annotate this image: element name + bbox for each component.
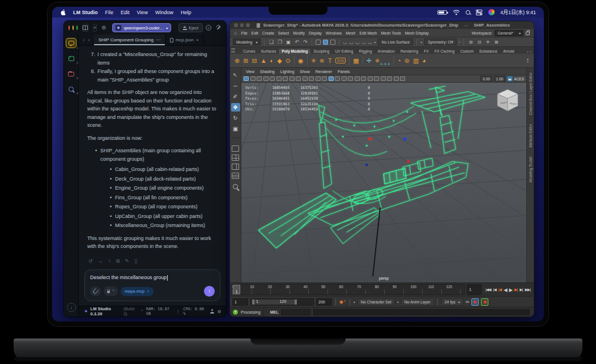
- tab-chat[interactable]: SHIP Component Grouping: [94, 35, 165, 45]
- sidebar-toggle-button[interactable]: [82, 24, 88, 32]
- shelf-overflow-arrows[interactable]: ▲▼: [526, 58, 529, 63]
- menu-windows[interactable]: Windows: [326, 31, 342, 35]
- nav-forward-icon[interactable]: [88, 37, 90, 43]
- poly-torus-icon[interactable]: ◐: [270, 57, 274, 64]
- scale-tool[interactable]: ▣: [231, 125, 240, 133]
- current-frame-field[interactable]: 1: [467, 284, 482, 295]
- safe-title-icon[interactable]: [322, 76, 327, 81]
- anim-layer-dropdown[interactable]: No Anim Layer: [401, 298, 434, 306]
- menu-edit[interactable]: Edit: [252, 31, 258, 35]
- shelf-tab-animation[interactable]: Animation: [375, 49, 398, 54]
- multi-cut-icon[interactable]: ▥: [413, 57, 419, 65]
- sidebar-item-my-models[interactable]: 3: [66, 69, 76, 78]
- home-icon[interactable]: [234, 30, 237, 36]
- user-icon[interactable]: [210, 309, 214, 314]
- platonic-solid-icon[interactable]: ◉: [298, 57, 304, 65]
- zoom-button[interactable]: [76, 25, 78, 30]
- shelf-tab-arnold[interactable]: Arnold: [500, 49, 517, 54]
- menu-edit-mesh[interactable]: Edit Mesh: [359, 31, 377, 35]
- sidebar-item-developer[interactable]: 2: [66, 54, 76, 63]
- poly-cube-icon[interactable]: ⊞: [243, 57, 248, 65]
- play-backwards-button[interactable]: ◀: [504, 287, 507, 293]
- chevron-down-icon[interactable]: [354, 300, 355, 304]
- svg-tool-icon[interactable]: SVG: [335, 58, 346, 63]
- nav-back-icon[interactable]: [83, 37, 84, 43]
- new-chat-button[interactable]: [93, 24, 97, 32]
- close-button[interactable]: [69, 25, 70, 30]
- menubar-app-name[interactable]: LM Studio: [73, 10, 98, 15]
- wireframe-mode-icon[interactable]: [329, 76, 334, 81]
- select-component-icon[interactable]: [330, 40, 335, 45]
- character-set-dropdown[interactable]: No Character Set: [357, 298, 395, 306]
- toolbox-icon[interactable]: ⊠: [493, 40, 499, 45]
- shelf-tab-substance[interactable]: Substance: [476, 49, 500, 54]
- sidebar-item-chat[interactable]: 1: [66, 38, 76, 48]
- spotlight-icon[interactable]: [466, 10, 470, 15]
- minimize-button[interactable]: [73, 25, 74, 30]
- rotate-tool[interactable]: ↻: [231, 114, 240, 122]
- menubar-item-file[interactable]: File: [105, 10, 114, 15]
- layout-two-pane-button[interactable]: [232, 164, 239, 170]
- shelf-tab-fx-caching[interactable]: FX Caching: [432, 49, 458, 54]
- send-button[interactable]: [204, 286, 215, 297]
- layout-four-pane-button[interactable]: [232, 155, 239, 161]
- exposure-value[interactable]: 0.00: [480, 76, 492, 82]
- eject-model-button[interactable]: Eject: [178, 23, 203, 32]
- menu-modify[interactable]: Modify: [293, 31, 305, 35]
- expand-icon[interactable]: [459, 40, 461, 45]
- battery-icon[interactable]: [437, 10, 447, 15]
- gamma-value[interactable]: 1.00: [493, 76, 505, 82]
- timeline-ruler[interactable]: 010 2030 4050 6070 8090 100110 120 1: [232, 284, 465, 295]
- step-forward-frame-button[interactable]: ▶|: [520, 288, 522, 292]
- animation-end-field[interactable]: 200: [316, 298, 332, 306]
- shaded-mode-icon[interactable]: [335, 76, 340, 81]
- range-end-handle[interactable]: [295, 299, 297, 305]
- continue-icon[interactable]: →: [98, 257, 103, 265]
- ipr-icon[interactable]: ✛: [484, 40, 491, 45]
- chevron-down-icon[interactable]: [420, 40, 422, 44]
- gate-mask-icon[interactable]: [303, 76, 308, 81]
- move-tool[interactable]: ✥: [231, 103, 240, 112]
- workspace-dropdown[interactable]: General*: [495, 30, 523, 36]
- menu-display[interactable]: Display: [309, 31, 322, 35]
- shelf-scroll-right-icon[interactable]: [530, 50, 531, 54]
- axis-icon[interactable]: ✛: [367, 57, 372, 65]
- color-management-icon[interactable]: ⬓: [507, 76, 513, 82]
- developer-tools-icon[interactable]: [216, 25, 222, 31]
- shelf-tab-poly-modeling[interactable]: Poly Modeling: [279, 49, 310, 54]
- gear-icon[interactable]: [218, 309, 221, 314]
- input-source-icon[interactable]: [488, 9, 495, 15]
- mel-output-field[interactable]: [313, 309, 530, 315]
- attach-file-button[interactable]: [90, 286, 101, 296]
- tab-mcp-json[interactable]: mcp.json: [165, 35, 204, 45]
- panel-menu-panels[interactable]: Panels: [338, 70, 350, 74]
- safe-action-icon[interactable]: [316, 76, 321, 81]
- mcp-server-pill[interactable]: maya-mcp: [121, 287, 154, 296]
- chevron-down-icon[interactable]: [374, 40, 376, 44]
- current-frame-indicator[interactable]: 1: [233, 285, 240, 294]
- step-forward-key-button[interactable]: ▶|: [514, 288, 517, 292]
- zoom-tool-icon[interactable]: [233, 184, 238, 189]
- open-scene-icon[interactable]: ❐: [276, 39, 283, 45]
- smooth-icon[interactable]: ◔: [397, 57, 401, 64]
- wifi-icon[interactable]: [453, 10, 460, 15]
- bookmark-key-icon[interactable]: ◆⁺: [339, 299, 346, 305]
- range-start-handle[interactable]: [252, 299, 254, 305]
- menubar-item-help[interactable]: Help: [181, 10, 191, 15]
- regenerate-icon[interactable]: ↺: [88, 257, 93, 265]
- go-to-end-button[interactable]: ▶▶|: [525, 288, 530, 292]
- chevron-up-icon[interactable]: [141, 309, 144, 314]
- viewport-3d-view[interactable]: Verts:16854495163752030 Edges:3380366832…: [241, 83, 526, 282]
- multisampling-icon[interactable]: [374, 76, 379, 81]
- film-gate-icon[interactable]: [290, 76, 295, 81]
- chevron-down-icon[interactable]: [397, 300, 399, 304]
- layout-single-pane-button[interactable]: [232, 145, 239, 152]
- chat-input-field[interactable]: Deselect the miscellaneous group: [90, 275, 215, 281]
- panel-menu-show[interactable]: Show: [300, 70, 310, 74]
- apple-menu-icon[interactable]: [60, 9, 66, 15]
- menubar-clock[interactable]: 4月1日(水) 9:41: [500, 8, 536, 16]
- step-back-key-button[interactable]: |◀: [499, 288, 501, 292]
- minimize-button[interactable]: [240, 23, 244, 27]
- textured-mode-icon[interactable]: [342, 76, 347, 81]
- branch-icon[interactable]: ⑂: [108, 257, 111, 265]
